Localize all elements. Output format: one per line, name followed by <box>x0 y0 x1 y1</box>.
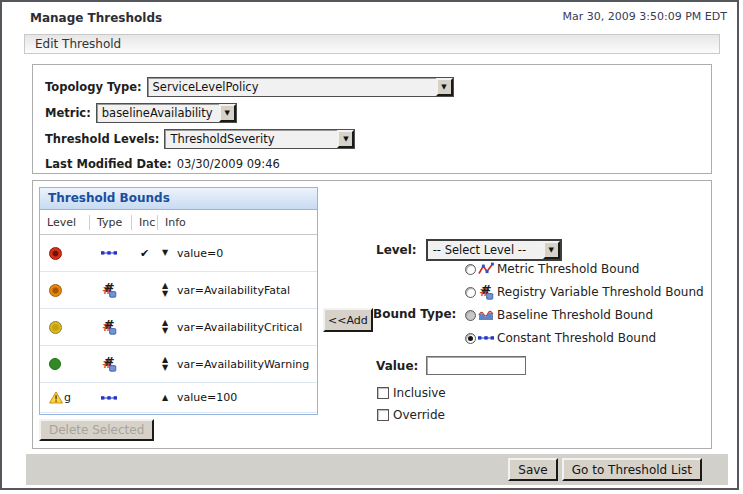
bound-info-text: value=100 <box>177 391 237 404</box>
metric-threshold-icon <box>478 261 494 277</box>
column-header-inc: Inc <box>132 215 158 230</box>
column-header-level: Level <box>40 215 90 230</box>
goto-threshold-list-button[interactable]: Go to Threshold List <box>562 458 702 481</box>
chevron-down-icon[interactable]: ▼ <box>436 78 453 96</box>
table-header-row: Level Type Inc Info <box>40 210 317 235</box>
severity-warning-circle-icon <box>49 321 62 334</box>
constant-threshold-icon <box>101 390 117 406</box>
registry-variable-icon <box>101 319 117 335</box>
add-button[interactable]: <<Add <box>323 308 373 332</box>
severity-normal-circle-icon <box>49 358 61 370</box>
chevron-down-icon[interactable]: ▼ <box>337 130 354 148</box>
baseline-threshold-icon <box>478 307 494 323</box>
inclusive-checkbox[interactable] <box>377 387 389 399</box>
threshold-levels-select[interactable]: ThresholdSeverity ▼ <box>164 129 355 149</box>
sort-up-icon[interactable]: ▲ <box>160 394 170 402</box>
inclusive-label: Inclusive <box>393 386 446 400</box>
threshold-levels-label: Threshold Levels: <box>45 132 159 146</box>
sort-down-icon[interactable]: ▼ <box>160 249 170 257</box>
panel-title: Threshold Bounds <box>40 188 317 210</box>
override-option[interactable]: Override <box>377 408 445 422</box>
bound-info-text: var=AvailabilityCritical <box>177 321 302 334</box>
value-label: Value: <box>376 359 418 373</box>
bound-info-text: value=0 <box>177 247 223 260</box>
registry-variable-icon <box>101 282 117 298</box>
delete-selected-button[interactable]: Delete Selected <box>39 419 154 441</box>
radio-checked[interactable] <box>465 333 476 344</box>
threshold-bounds-box: Threshold Bounds Level Type Inc Info ✔ ▼… <box>32 180 712 449</box>
topology-type-select[interactable]: ServiceLevelPolicy ▼ <box>147 77 454 97</box>
table-row[interactable]: ▲▼ var=AvailabilityCritical <box>40 309 317 346</box>
tab-edit-threshold: Edit Threshold <box>24 34 720 54</box>
topology-type-label: Topology Type: <box>45 80 142 94</box>
inclusive-checkmark: ✔ <box>132 247 158 260</box>
value-input[interactable] <box>426 356 526 375</box>
threshold-levels-value: ThresholdSeverity <box>165 130 337 148</box>
column-header-type: Type <box>90 215 132 230</box>
level-select[interactable]: -- Select Level -- ▼ <box>426 239 562 261</box>
radio-unchecked[interactable] <box>465 264 476 275</box>
severity-critical-circle-icon <box>49 284 62 297</box>
bound-info-text: var=AvailabilityFatal <box>177 284 290 297</box>
metric-value: baselineAvailability <box>97 104 219 122</box>
inclusive-option[interactable]: Inclusive <box>377 386 446 400</box>
header-timestamp: Mar 30, 2009 3:50:09 PM EDT <box>563 10 727 23</box>
table-row[interactable]: ▲▼ var=AvailabilityWarning <box>40 346 317 383</box>
override-checkbox[interactable] <box>377 409 389 421</box>
bound-type-option-baseline[interactable]: Baseline Threshold Bound <box>465 307 704 323</box>
radio-unchecked[interactable] <box>465 287 476 298</box>
metric-select[interactable]: baselineAvailability ▼ <box>96 103 237 123</box>
level-value: -- Select Level -- <box>428 241 543 259</box>
registry-variable-icon <box>101 356 117 372</box>
column-header-info: Info <box>158 215 317 230</box>
radio-label: Metric Threshold Bound <box>497 262 639 276</box>
radio-label: Constant Threshold Bound <box>497 331 656 345</box>
severity-fatal-circle-icon <box>49 247 62 260</box>
bound-type-radio-group: Metric Threshold Bound Registry Variable… <box>465 261 704 346</box>
warning-triangle-icon <box>49 391 63 404</box>
bound-type-option-constant[interactable]: Constant Threshold Bound <box>465 330 704 346</box>
last-modified-value: 03/30/2009 09:46 <box>177 157 280 171</box>
page-title: Manage Thresholds <box>30 11 162 25</box>
sort-up-down-icon[interactable]: ▲▼ <box>160 319 170 335</box>
radio-label: Registry Variable Threshold Bound <box>497 285 704 299</box>
table-row[interactable]: ▲▼ var=AvailabilityFatal <box>40 272 317 309</box>
constant-threshold-icon <box>478 330 494 346</box>
radio-disabled[interactable] <box>465 310 476 321</box>
threshold-form-box: Topology Type: ServiceLevelPolicy ▼ Metr… <box>32 64 712 174</box>
sort-up-down-icon[interactable]: ▲▼ <box>160 282 170 298</box>
threshold-bounds-panel: Threshold Bounds Level Type Inc Info ✔ ▼… <box>39 187 318 415</box>
last-modified-label: Last Modified Date: <box>45 157 172 171</box>
radio-label: Baseline Threshold Bound <box>497 308 653 322</box>
bound-info-text: var=AvailabilityWarning <box>177 358 309 371</box>
constant-threshold-icon <box>101 245 117 261</box>
metric-label: Metric: <box>45 106 91 120</box>
bound-type-option-metric[interactable]: Metric Threshold Bound <box>465 261 704 277</box>
sort-up-down-icon[interactable]: ▲▼ <box>160 356 170 372</box>
registry-variable-icon <box>478 284 494 300</box>
manage-thresholds-page: Manage Thresholds Mar 30, 2009 3:50:09 P… <box>0 0 739 490</box>
override-label: Override <box>393 408 445 422</box>
bound-type-option-registry[interactable]: Registry Variable Threshold Bound <box>465 284 704 300</box>
save-button[interactable]: Save <box>508 458 557 481</box>
table-row[interactable]: ✔ ▼ value=0 <box>40 235 317 272</box>
footer-bar: Save Go to Threshold List <box>26 454 728 485</box>
level-label: Level: <box>376 243 417 257</box>
topology-type-value: ServiceLevelPolicy <box>148 78 436 96</box>
table-row[interactable]: g ▲ value=100 <box>40 383 317 413</box>
bound-type-label: Bound Type: <box>373 307 456 321</box>
level-text: g <box>64 391 71 404</box>
chevron-down-icon[interactable]: ▼ <box>219 104 236 122</box>
chevron-down-icon[interactable]: ▼ <box>543 241 560 259</box>
